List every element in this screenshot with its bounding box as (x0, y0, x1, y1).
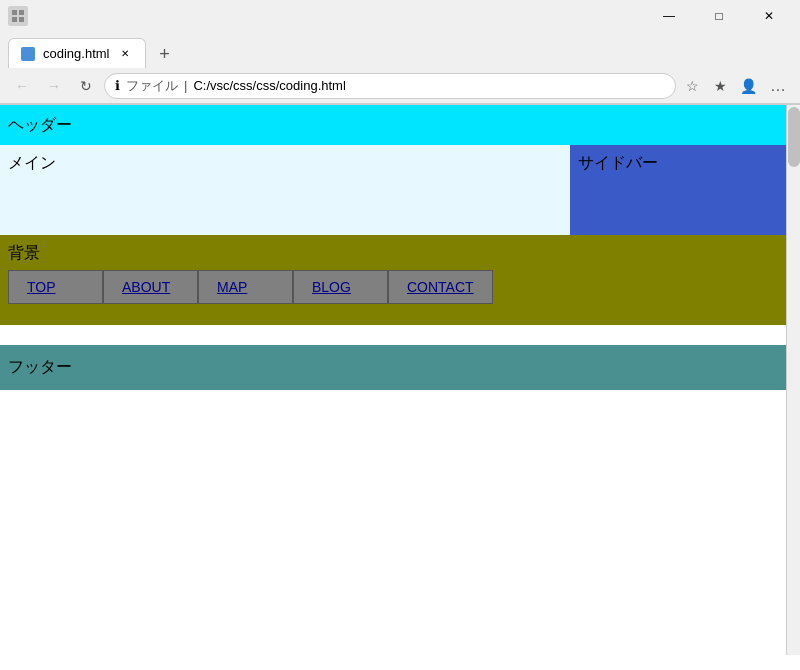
footer-section: フッター (0, 345, 800, 390)
refresh-button[interactable]: ↻ (72, 72, 100, 100)
nav-about[interactable]: ABOUT (103, 270, 198, 304)
nav-top[interactable]: TOP (8, 270, 103, 304)
background-section: 背景 TOP ABOUT MAP BLOG CONTACT (0, 235, 800, 325)
footer-label: フッター (8, 357, 72, 378)
new-tab-button[interactable]: + (150, 40, 178, 68)
main-label: メイン (8, 154, 56, 171)
bookmark-star-icon[interactable]: ☆ (680, 74, 704, 98)
header-label: ヘッダー (8, 115, 72, 136)
svg-rect-2 (12, 17, 17, 22)
title-bar-left (8, 6, 28, 26)
navigation-menu: TOP ABOUT MAP BLOG CONTACT (8, 270, 792, 304)
back-button[interactable]: ← (8, 72, 36, 100)
sidebar-section: サイドバー (570, 145, 800, 235)
nav-blog[interactable]: BLOG (293, 270, 388, 304)
forward-button[interactable]: → (40, 72, 68, 100)
window-icon (8, 6, 28, 26)
header-section: ヘッダー (0, 105, 800, 145)
close-button[interactable]: ✕ (746, 2, 792, 30)
address-bar: ← → ↻ ℹ ファイル | C:/vsc/css/css/coding.htm… (0, 68, 800, 104)
title-bar: — □ ✕ (0, 0, 800, 32)
nav-contact[interactable]: CONTACT (388, 270, 493, 304)
sidebar-label: サイドバー (578, 154, 658, 171)
browser-tab[interactable]: coding.html ✕ (8, 38, 146, 68)
minimize-button[interactable]: — (646, 2, 692, 30)
title-bar-controls: — □ ✕ (646, 2, 792, 30)
svg-rect-1 (19, 10, 24, 15)
address-input-container: ℹ ファイル | C:/vsc/css/css/coding.html (104, 73, 676, 99)
maximize-button[interactable]: □ (696, 2, 742, 30)
reading-list-icon[interactable]: ★ (708, 74, 732, 98)
scrollbar-thumb[interactable] (788, 107, 800, 167)
svg-rect-0 (12, 10, 17, 15)
tab-favicon (21, 47, 35, 61)
address-prefix-label: ファイル (126, 77, 178, 95)
address-url[interactable]: C:/vsc/css/css/coding.html (193, 78, 665, 93)
main-section: メイン (0, 145, 570, 235)
tab-label: coding.html (43, 46, 109, 61)
svg-rect-3 (19, 17, 24, 22)
main-sidebar-row: メイン サイドバー (0, 145, 800, 235)
scrollbar[interactable] (786, 105, 800, 390)
profile-icon[interactable]: 👤 (736, 74, 760, 98)
nav-map[interactable]: MAP (198, 270, 293, 304)
page-content: ヘッダー メイン サイドバー 背景 TOP ABOUT MAP BLOG CON… (0, 105, 800, 390)
browser-window: — □ ✕ coding.html ✕ + ← → ↻ ℹ ファイル | C:/… (0, 0, 800, 105)
address-action-icons: ☆ ★ 👤 (680, 74, 760, 98)
address-info-icon: ℹ (115, 78, 120, 93)
tab-bar: coding.html ✕ + (0, 32, 800, 68)
more-options-button[interactable]: … (764, 72, 792, 100)
spacer (0, 325, 800, 345)
tab-close-button[interactable]: ✕ (117, 46, 133, 62)
background-label: 背景 (8, 243, 792, 264)
